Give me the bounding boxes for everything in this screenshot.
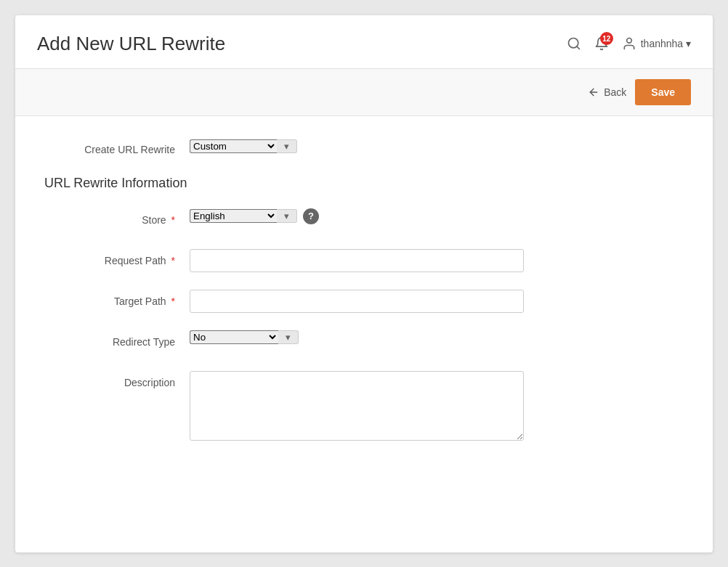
create-select-arrow[interactable]: ▾ <box>277 139 297 153</box>
redirect-type-control: No Temporary (302) Permanent (301) ▾ <box>190 330 524 344</box>
form-fields: Store * English ▾ ? Request Path <box>44 208 684 441</box>
store-required: * <box>171 214 175 226</box>
create-select[interactable]: Custom For category For product For CMS … <box>190 139 277 153</box>
request-path-input[interactable] <box>190 249 524 272</box>
create-select-wrapper: Custom For category For product For CMS … <box>190 139 297 153</box>
header-actions: 12 thanhnha ▾ <box>567 36 691 51</box>
save-button[interactable]: Save <box>635 79 691 105</box>
description-label: Description <box>44 371 190 388</box>
user-menu-button[interactable]: thanhnha ▾ <box>622 36 691 51</box>
back-button[interactable]: Back <box>588 86 626 98</box>
redirect-type-field-row: Redirect Type No Temporary (302) Permane… <box>44 330 684 356</box>
target-path-required: * <box>171 295 175 307</box>
svg-point-2 <box>626 38 631 44</box>
create-label: Create URL Rewrite <box>44 138 190 155</box>
section-heading: URL Rewrite Information <box>44 176 684 191</box>
request-path-label: Request Path * <box>44 249 190 266</box>
description-control <box>190 371 524 441</box>
notification-badge: 12 <box>600 32 613 45</box>
store-select-wrapper: English ▾ <box>190 209 297 223</box>
store-control: English ▾ ? <box>190 208 524 224</box>
form-area: Create URL Rewrite Custom For category F… <box>15 116 713 462</box>
redirect-select-wrapper: No Temporary (302) Permanent (301) ▾ <box>190 330 299 344</box>
redirect-select-arrow[interactable]: ▾ <box>278 330 299 344</box>
store-select-arrow[interactable]: ▾ <box>277 209 297 223</box>
user-icon <box>622 36 636 51</box>
redirect-type-label: Redirect Type <box>44 330 190 348</box>
request-path-control <box>190 249 524 272</box>
description-textarea[interactable] <box>190 371 524 441</box>
search-button[interactable] <box>567 36 581 51</box>
store-help-icon[interactable]: ? <box>303 208 319 224</box>
arrow-left-icon <box>588 86 599 98</box>
target-path-input[interactable] <box>190 290 524 313</box>
description-field-row: Description <box>44 371 684 441</box>
search-icon <box>567 36 581 51</box>
page-title: Add New URL Rewrite <box>37 33 225 55</box>
request-path-field-row: Request Path * <box>44 249 684 275</box>
page-container: Add New URL Rewrite 12 t <box>15 15 713 552</box>
create-row: Create URL Rewrite Custom For category F… <box>44 138 684 155</box>
request-path-required: * <box>171 255 175 266</box>
toolbar: Back Save <box>15 68 713 116</box>
svg-line-1 <box>577 46 580 49</box>
target-path-field-row: Target Path * <box>44 290 684 316</box>
target-path-control <box>190 290 524 313</box>
redirect-type-select[interactable]: No Temporary (302) Permanent (301) <box>190 330 278 344</box>
store-select[interactable]: English <box>190 209 277 223</box>
username-label: thanhnha ▾ <box>641 38 691 49</box>
page-header: Add New URL Rewrite 12 t <box>15 15 713 68</box>
notification-button[interactable]: 12 <box>594 36 609 51</box>
target-path-label: Target Path * <box>44 290 190 307</box>
store-field-row: Store * English ▾ ? <box>44 208 684 234</box>
store-label: Store * <box>44 208 190 226</box>
